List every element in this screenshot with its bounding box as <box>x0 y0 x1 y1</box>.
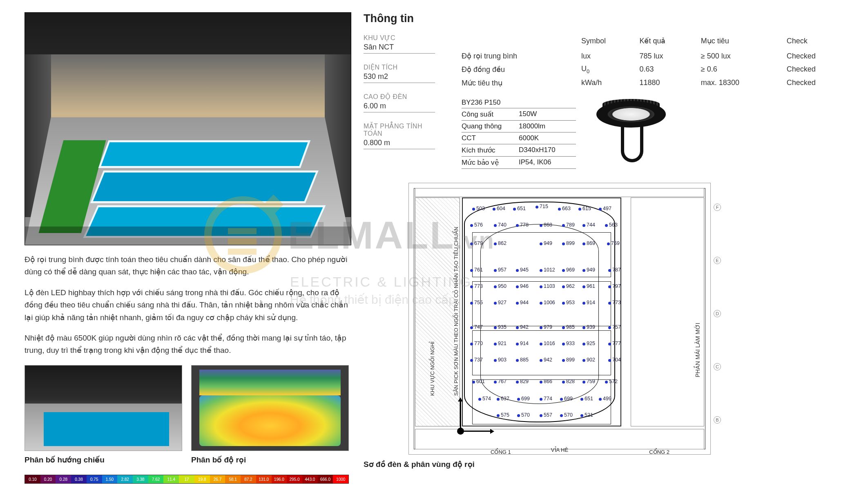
lux-point: 759 <box>587 379 595 384</box>
lux-point: 927 <box>498 300 507 305</box>
thumb-falsecolor-caption: Phân bố độ rọi <box>191 455 349 464</box>
plan-gate-2: CỔNG 2 <box>649 449 669 455</box>
lux-point: 899 <box>566 240 575 246</box>
lux-point: 862 <box>498 240 507 246</box>
lux-point: 957 <box>498 267 507 273</box>
scale-segment: 196.0 <box>272 475 287 483</box>
lux-point: 759 <box>611 240 620 246</box>
false-color-image <box>191 365 349 451</box>
lux-point: 737 <box>474 357 483 363</box>
lux-point: 914 <box>587 300 595 305</box>
lux-point: 899 <box>566 357 575 363</box>
product-spec-row: CCT6000K <box>462 132 576 144</box>
lux-point: 949 <box>587 267 595 273</box>
axis-arrows-icon <box>460 401 461 432</box>
lux-point: 761 <box>474 267 483 273</box>
lux-point: 651 <box>517 206 526 211</box>
lux-point: 563 <box>609 222 618 228</box>
lux-point: 604 <box>497 206 505 211</box>
lux-point: 651 <box>585 396 593 402</box>
lux-point: 949 <box>544 240 552 246</box>
scale-segment: 7.62 <box>148 475 164 483</box>
lux-point: 777 <box>612 341 621 346</box>
lux-point: 699 <box>564 396 573 402</box>
scale-segment: 11.4 <box>163 475 179 483</box>
lux-point: 773 <box>474 283 483 289</box>
scale-segment: 2.82 <box>117 475 133 483</box>
product-spec-row: Kích thướcD340xH170 <box>462 144 576 156</box>
scale-segment: 1.50 <box>102 475 118 483</box>
section-title: Thông tin <box>364 12 843 25</box>
lux-point: 868 <box>544 222 552 228</box>
lux-point: 773 <box>612 300 621 305</box>
plan-label-left-1: KHU VỰC NGỒI NGHỈ <box>429 341 435 395</box>
light-direction-image <box>25 365 182 451</box>
scale-segment: 295.0 <box>287 475 302 483</box>
floor-plan-diagram: KHU VỰC NGỒI NGHỈ SÂN PICK SƠN MÀU THEO … <box>408 183 711 455</box>
scale-segment: 3.38 <box>133 475 148 483</box>
lux-point: 557 <box>544 412 552 418</box>
scale-segment: 87.2 <box>241 475 256 483</box>
lux-point: 570 <box>564 412 573 418</box>
lux-point: 969 <box>566 267 575 273</box>
thumb-direction-caption: Phân bố hướng chiếu <box>25 455 182 464</box>
lux-point: 767 <box>498 379 507 384</box>
scale-segment: 666.0 <box>318 475 333 483</box>
sqm-value: 530 m2 <box>364 71 435 83</box>
lux-point: 985 <box>566 324 575 330</box>
lux-point: 942 <box>520 324 529 330</box>
lux-point: 770 <box>474 341 483 346</box>
metric-row: Mức tiêu thụkWa/h11880max. 18300Checked <box>462 76 854 90</box>
lux-point: 663 <box>562 206 571 211</box>
lux-point: 704 <box>612 357 621 363</box>
lux-scale-bar: 0.100.200.280.380.751.502.823.387.6211.4… <box>25 475 349 484</box>
lux-point: 902 <box>587 357 595 363</box>
scale-segment: 131.0 <box>256 475 272 483</box>
lux-point: 1016 <box>544 341 555 346</box>
scale-segment: 17 <box>179 475 194 483</box>
scale-segment: 443.0 <box>302 475 318 483</box>
th-check: Check <box>787 34 854 49</box>
lux-point: 942 <box>544 357 552 363</box>
metric-row: Độ rọi trung bìnhlux785 lux≥ 500 luxChec… <box>462 49 854 63</box>
lux-point: 747 <box>474 324 483 330</box>
th-result: Kết quả <box>639 34 701 49</box>
height-label: CAO ĐỘ ĐÈN <box>364 93 435 101</box>
lux-point: 925 <box>587 341 595 346</box>
height-value: 6.00 m <box>364 101 435 112</box>
scale-segment: 1000 <box>333 475 348 483</box>
lux-point: 575 <box>501 412 509 418</box>
plan-label-right: PHẦN MÁI LÀM MỚI <box>694 323 701 377</box>
scale-segment: 58.1 <box>225 475 241 483</box>
scale-segment: 0.20 <box>40 475 56 483</box>
lux-point: 787 <box>612 267 621 273</box>
area-label: KHU VỰC <box>364 34 435 42</box>
lux-point: 744 <box>587 222 595 228</box>
grid-letter: B <box>714 416 721 424</box>
grid-letter: C <box>714 363 721 370</box>
lux-point: 944 <box>520 300 529 305</box>
area-value: Sân NCT <box>364 42 435 54</box>
lux-point: 962 <box>566 283 575 289</box>
lux-point: 679 <box>474 240 483 246</box>
lux-point: 572 <box>609 379 618 384</box>
lux-point: 945 <box>520 267 529 273</box>
product-spec-row: Quang thông18000lm <box>462 120 576 132</box>
lux-point: 740 <box>498 222 507 228</box>
description-p2: Lộ đèn LED highbay thích hợp với chiếu s… <box>25 287 353 324</box>
lux-point: 829 <box>520 379 529 384</box>
lux-point: 797 <box>612 283 621 289</box>
render-3d-image <box>25 12 351 245</box>
scale-segment: 26.7 <box>210 475 225 483</box>
lux-point: 570 <box>521 412 530 418</box>
lux-point: 497 <box>603 206 611 211</box>
lux-point: 869 <box>587 240 595 246</box>
lux-point: 935 <box>498 324 507 330</box>
lux-point: 755 <box>474 300 483 305</box>
lux-point: 828 <box>566 379 575 384</box>
lux-point: 939 <box>587 324 595 330</box>
lux-point: 615 <box>582 206 591 211</box>
lux-point: 946 <box>520 283 529 289</box>
metrics-table: Symbol Kết quả Mục tiêu Check Độ rọi tru… <box>462 34 854 90</box>
description-p1: Độ rọi trung bình được tính toán theo ti… <box>25 253 353 278</box>
